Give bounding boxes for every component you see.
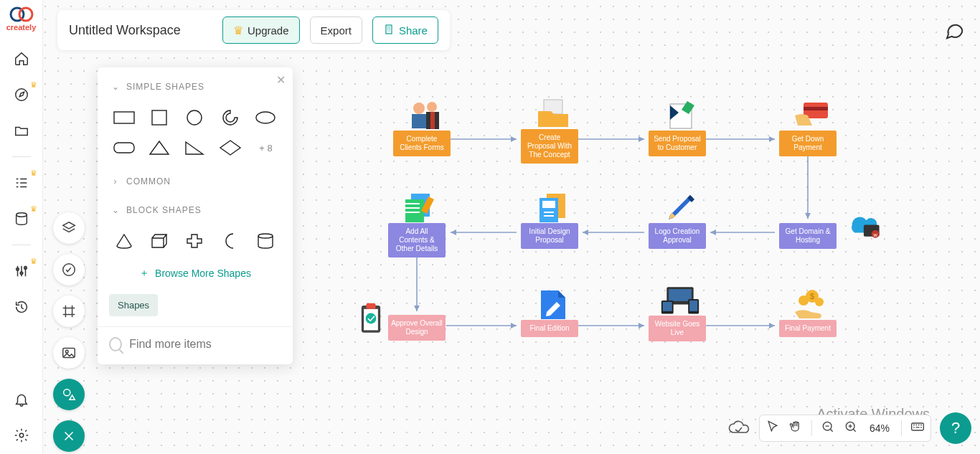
zoom-in-icon[interactable]	[844, 420, 858, 437]
node-label: Complete Clients Forms	[400, 135, 444, 151]
svg-marker-30	[583, 230, 588, 235]
flow-node[interactable]: Get Domain & Hosting	[779, 223, 837, 249]
svg-marker-20	[511, 136, 517, 142]
flow-node[interactable]: Complete Clients Forms	[393, 131, 451, 156]
node-label: Send Proposal to Customer	[654, 135, 701, 151]
svg-rect-45	[430, 112, 435, 129]
cursor-icon[interactable]	[765, 420, 780, 437]
svg-rect-67	[689, 301, 697, 311]
card-pay-icon	[788, 98, 833, 132]
node-label: Website Goes Live	[655, 320, 700, 336]
node-label: Initial Design Proposal	[529, 227, 570, 244]
svg-text:$: $	[810, 292, 814, 301]
node-label: Logo Creation Approval	[655, 227, 700, 244]
flow-node[interactable]: Approve Overall Design	[388, 315, 446, 341]
sync-status-icon[interactable]	[726, 420, 750, 437]
pencil-icon	[658, 190, 702, 224]
keyboard-icon[interactable]	[910, 420, 925, 437]
node-label: Final Payment	[785, 324, 831, 332]
node-label: Final Edition	[529, 324, 569, 332]
svg-marker-36	[511, 323, 517, 328]
separator	[811, 420, 812, 436]
svg-point-71	[815, 298, 824, 306]
svg-marker-40	[769, 323, 775, 328]
svg-rect-49	[804, 107, 828, 110]
svg-rect-74	[912, 423, 924, 430]
svg-marker-38	[639, 323, 644, 328]
separator	[901, 420, 902, 436]
view-controls: 64%	[759, 415, 931, 442]
svg-rect-65	[663, 302, 672, 311]
flow-node[interactable]: Website Goes Live	[649, 316, 706, 341]
svg-point-41	[413, 103, 425, 114]
sign-doc-icon	[658, 98, 702, 132]
node-label: Approve Overall Design	[391, 319, 443, 336]
flow-node[interactable]: Send Proposal to Customer	[649, 131, 706, 156]
svg-point-61	[366, 313, 377, 324]
flow-node[interactable]: Final Edition	[521, 320, 578, 337]
hand-icon[interactable]	[788, 420, 803, 437]
clipboard-check-icon	[349, 301, 393, 336]
svg-text:w: w	[873, 232, 878, 238]
bottom-right-controls: 64% ?	[726, 412, 971, 444]
svg-marker-24	[769, 136, 775, 142]
flow-node[interactable]: Initial Design Proposal	[521, 223, 578, 249]
svg-point-70	[798, 295, 809, 306]
help-button[interactable]: ?	[940, 412, 971, 444]
flow-node[interactable]: $ Final Payment	[779, 320, 837, 337]
diagram-canvas: Complete Clients Forms Create Proposal W…	[0, 0, 980, 454]
node-label: Create Proposal With The Concept	[527, 133, 572, 159]
design-doc-icon	[530, 190, 575, 224]
svg-rect-60	[366, 303, 375, 309]
devices-icon	[658, 283, 702, 317]
svg-marker-34	[414, 306, 420, 311]
zoom-out-icon[interactable]	[821, 420, 835, 437]
flow-node[interactable]: Get Down Payment	[779, 131, 837, 156]
node-label: Get Domain & Hosting	[786, 227, 831, 244]
cloud-server-icon: w	[841, 205, 885, 240]
svg-marker-28	[710, 230, 716, 235]
svg-rect-42	[412, 114, 426, 128]
svg-marker-26	[805, 213, 811, 219]
node-label: Get Down Payment	[792, 135, 824, 151]
svg-rect-54	[542, 201, 555, 208]
people-icon	[402, 98, 447, 132]
svg-point-43	[427, 102, 437, 112]
edit-file-icon	[530, 287, 575, 321]
folder-doc-icon	[530, 96, 575, 131]
svg-marker-32	[451, 230, 456, 235]
coins-hand-icon: $	[788, 287, 833, 321]
svg-rect-63	[669, 289, 692, 301]
flow-node[interactable]: Create Proposal With The Concept	[521, 129, 578, 164]
flow-node[interactable]: Logo Creation Approval	[649, 223, 706, 249]
svg-marker-22	[639, 136, 644, 142]
flow-node[interactable]: Add All Contents & Other Details	[388, 223, 446, 257]
notes-icon	[397, 190, 442, 224]
node-label: Add All Contents & Other Details	[396, 227, 438, 252]
zoom-level[interactable]: 64%	[867, 422, 892, 434]
